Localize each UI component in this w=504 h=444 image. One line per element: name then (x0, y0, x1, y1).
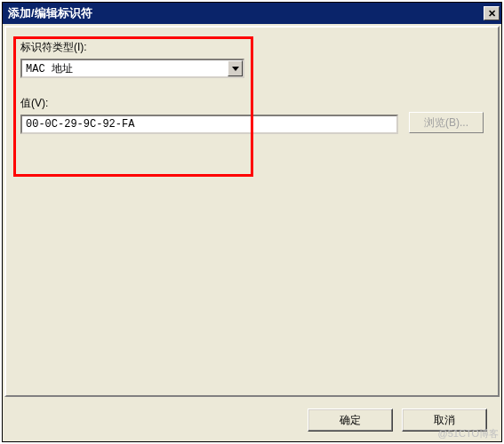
window-title: 添加/编辑标识符 (8, 5, 92, 21)
dialog-footer: 确定 取消 (3, 399, 501, 441)
titlebar: 添加/编辑标识符 ✕ (3, 3, 501, 24)
close-icon: ✕ (488, 9, 496, 19)
chevron-down-icon[interactable] (228, 60, 243, 76)
ok-button[interactable]: 确定 (308, 408, 393, 432)
identifier-type-label: 标识符类型(I): (20, 40, 484, 55)
watermark-text: @51CTO博客 (438, 427, 499, 440)
value-input[interactable] (20, 115, 398, 134)
value-label: 值(V): (20, 96, 398, 111)
dialog-window: 添加/编辑标识符 ✕ 标识符类型(I): MAC 地址 值(V): 浏览(B).… (2, 2, 502, 442)
spacer (20, 85, 484, 96)
identifier-type-select[interactable]: MAC 地址 (20, 59, 244, 78)
browse-button: 浏览(B)... (409, 112, 484, 133)
identifier-type-row: 标识符类型(I): MAC 地址 (20, 40, 484, 78)
close-button[interactable]: ✕ (484, 6, 500, 20)
identifier-type-value: MAC 地址 (22, 61, 228, 76)
dialog-content: 标识符类型(I): MAC 地址 值(V): 浏览(B)... (4, 26, 500, 397)
value-row-wrap: 值(V): 浏览(B)... (20, 96, 484, 134)
